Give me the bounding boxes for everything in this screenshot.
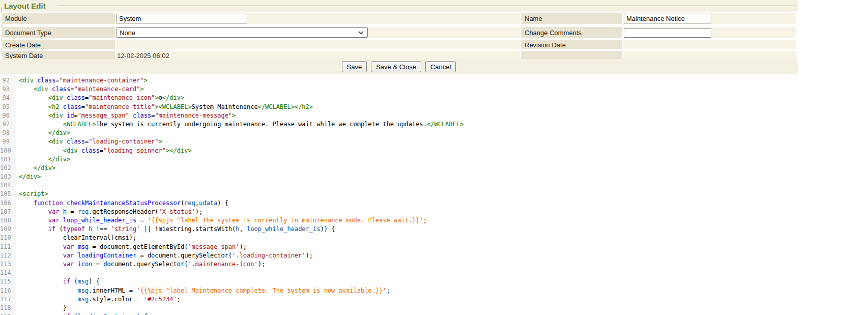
- code-segment-p: [19, 138, 48, 145]
- code-line-119[interactable]: 119 if (loadingContainer) {: [0, 312, 868, 315]
- code-line-106[interactable]: 106 function checkMaintenanceStatusProce…: [0, 199, 868, 208]
- code-text: <div class="maintenance-icon">⚙</div>: [14, 94, 184, 102]
- document-type-select[interactable]: None: [117, 27, 368, 38]
- code-line-115[interactable]: 115 if (msg) {: [0, 277, 868, 286]
- code-line-98[interactable]: 98 </div>: [0, 129, 868, 137]
- code-line-102[interactable]: 102 </div>: [0, 164, 868, 173]
- code-line-118[interactable]: 118 }: [0, 304, 868, 312]
- code-segment-d: loadingContainer: [78, 252, 137, 259]
- save-close-button[interactable]: Save & Close: [371, 61, 421, 72]
- code-segment-t: >: [155, 94, 158, 101]
- code-line-94[interactable]: 94 <div class="maintenance-icon">⚙</div>: [0, 94, 868, 102]
- code-segment-a: class: [81, 147, 100, 154]
- code-line-97[interactable]: 97 <WCLABEL>The system is currently unde…: [0, 120, 868, 129]
- line-number: 105: [0, 190, 14, 198]
- line-number: 109: [0, 225, 14, 234]
- code-line-114[interactable]: 114: [0, 269, 868, 277]
- code-segment-t: ></div>: [166, 147, 192, 154]
- name-input[interactable]: [624, 14, 711, 23]
- code-segment-p: [19, 147, 63, 154]
- code-segment-p: );: [258, 261, 265, 268]
- code-segment-s: "maintenance-card": [74, 85, 140, 93]
- name-label: Name: [525, 15, 542, 22]
- code-segment-p: [74, 261, 77, 268]
- code-segment-p: [19, 112, 48, 119]
- code-segment-t: >: [232, 112, 236, 119]
- code-editor[interactable]: 92<div class="maintenance-container">93 …: [0, 74, 868, 315]
- code-line-105[interactable]: 105<script>: [0, 190, 868, 198]
- code-segment-p: [19, 243, 63, 250]
- code-segment-t: </WCLABEL>: [427, 121, 464, 128]
- save-button[interactable]: Save: [342, 61, 367, 72]
- code-line-96[interactable]: 96 <div id="message_span" class="mainten…: [0, 111, 868, 120]
- code-line-110[interactable]: 110 clearInterval(cmsi);: [0, 234, 868, 242]
- layout-edit-form: Layout Edit Module Name Document Type No…: [0, 0, 868, 74]
- code-segment-p: );: [195, 208, 202, 215]
- code-segment-k: typeof: [63, 225, 85, 233]
- code-text: <h2 class="maintenance-title"><WCLABEL>S…: [14, 103, 313, 111]
- code-line-93[interactable]: 93 <div class="maintenance-card">: [0, 85, 868, 94]
- module-input[interactable]: [117, 14, 247, 23]
- code-segment-p: [19, 252, 63, 259]
- code-segment-t: </div>: [48, 156, 70, 163]
- code-segment-p: [19, 287, 78, 294]
- code-line-101[interactable]: 101 </div>: [0, 155, 868, 164]
- change-comments-input[interactable]: [624, 28, 711, 38]
- code-segment-s: "maintenance-icon": [89, 94, 155, 101]
- code-segment-a: class: [37, 77, 55, 84]
- code-segment-a: class: [67, 138, 85, 145]
- code-segment-p: ) {: [217, 199, 228, 207]
- code-segment-p: ;: [177, 296, 181, 303]
- code-segment-p: [19, 296, 78, 303]
- line-number: 110: [0, 234, 14, 242]
- code-segment-p: ) {: [136, 313, 148, 315]
- code-segment-t: </div>: [48, 129, 70, 136]
- code-line-92[interactable]: 92<div class="maintenance-container">: [0, 76, 868, 85]
- code-text: function checkMaintenanceStatusProcessor…: [14, 199, 228, 208]
- line-number: 107: [0, 208, 14, 216]
- code-line-100[interactable]: 100 <div class="loading-spinner"></div>: [0, 147, 868, 155]
- code-segment-k: var: [48, 217, 60, 224]
- code-segment-p: = document.getElementById(: [89, 243, 188, 250]
- code-segment-a: id: [67, 112, 74, 119]
- code-segment-a: class: [63, 103, 81, 110]
- code-segment-t: ><WCLABEL>: [155, 103, 191, 110]
- code-line-113[interactable]: 113 var icon = document.querySelector('.…: [0, 260, 868, 269]
- code-segment-v: req: [78, 208, 89, 215]
- code-text: [14, 181, 19, 190]
- code-line-109[interactable]: 109 if (typeof h !== 'string' || !miestr…: [0, 225, 868, 234]
- code-line-116[interactable]: 116 msg.innerHTML = '{{%pjs ^label Maint…: [0, 287, 868, 295]
- code-segment-v: loadingContainer: [78, 313, 137, 315]
- system-date-value: 12-02-2025 06:02: [116, 52, 169, 60]
- code-segment-k: function: [34, 199, 63, 207]
- code-line-117[interactable]: 117 msg.style.color = '#2c5234';: [0, 295, 868, 304]
- code-segment-p: clearInterval(cmsi);: [19, 234, 136, 241]
- code-line-104[interactable]: 104: [0, 181, 868, 190]
- module-label: Module: [5, 15, 27, 22]
- code-line-111[interactable]: 111 var msg = document.getElementById('m…: [0, 243, 868, 251]
- document-type-label: Document Type: [5, 29, 51, 37]
- code-segment-p: [48, 85, 52, 93]
- code-line-103[interactable]: 103</div>: [0, 173, 868, 181]
- code-segment-t: </WCLABEL></h2>: [258, 103, 313, 110]
- code-segment-s: 'message_span': [188, 243, 239, 250]
- code-segment-t: <div: [48, 112, 63, 119]
- code-segment-t: <WCLABEL>: [63, 121, 96, 128]
- system-date-label: System Date: [5, 52, 43, 60]
- code-segment-v: loop_while_header_is: [247, 225, 321, 233]
- code-line-108[interactable]: 108 var loop_while_header_is = '{{%pjs ^…: [0, 216, 868, 225]
- line-number: 112: [0, 251, 14, 260]
- line-number: 116: [0, 287, 14, 295]
- code-line-112[interactable]: 112 var loadingContainer = document.quer…: [0, 251, 868, 260]
- code-segment-t: <h2: [48, 103, 60, 110]
- code-line-99[interactable]: 99 <div class="loading-container">: [0, 137, 868, 146]
- code-line-95[interactable]: 95 <h2 class="maintenance-title"><WCLABE…: [0, 103, 868, 111]
- line-number: 118: [0, 304, 14, 312]
- code-segment-p: =: [74, 112, 77, 119]
- code-segment-p: [19, 94, 48, 101]
- code-segment-s: '#2c5234': [144, 296, 177, 303]
- code-segment-v: msg: [78, 278, 89, 285]
- change-comments-label: Change Comments: [525, 29, 582, 37]
- code-line-107[interactable]: 107 var h = req.getResponseHeader('X-sta…: [0, 208, 868, 216]
- cancel-button[interactable]: Cancel: [425, 61, 456, 72]
